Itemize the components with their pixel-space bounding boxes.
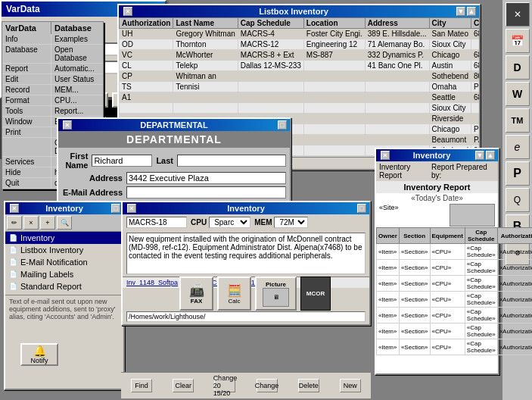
varia-item-left-5[interactable]: Format bbox=[2, 95, 51, 105]
varia-item-left-9[interactable] bbox=[2, 138, 51, 156]
listbox-row-7[interactable]: Sioux City bbox=[120, 103, 480, 114]
toolbar-btn-0[interactable]: Find bbox=[131, 379, 152, 392]
equip-mem-select[interactable]: 72M bbox=[274, 217, 308, 228]
equip-mem-label: MEM bbox=[254, 218, 272, 227]
varia-item-right-3[interactable]: User Status bbox=[51, 74, 103, 84]
listbox-row-2[interactable]: VCMcWhorterMACRS-8 + ExtMS-887332 Dynami… bbox=[120, 50, 480, 61]
toolbar-btn-5[interactable]: New bbox=[340, 379, 361, 392]
toolbar-btn-1[interactable]: Clear bbox=[173, 379, 194, 392]
dept-firstname-field: First Name Last bbox=[62, 152, 286, 170]
varia-item-left-0[interactable]: Info bbox=[2, 34, 51, 44]
q-icon[interactable]: Q bbox=[506, 188, 530, 212]
dept-email-input[interactable] bbox=[126, 186, 286, 198]
dept-address-input[interactable] bbox=[126, 172, 286, 184]
notify-button[interactable]: 🔔 Notify bbox=[20, 343, 58, 366]
varia-item-right-1[interactable]: Open Database bbox=[51, 45, 103, 63]
varia-menu-item-6[interactable]: ToolsReport... bbox=[2, 106, 103, 117]
listbox-close-btn[interactable]: × bbox=[123, 7, 132, 16]
inv-list-item-4[interactable]: Standard Report bbox=[5, 280, 123, 292]
varia-item-right-5[interactable]: CPU... bbox=[51, 95, 103, 105]
dept-firstname-input[interactable] bbox=[92, 155, 152, 167]
report-cell-1-4: «Authorization» bbox=[497, 260, 532, 276]
inv-list-item-0[interactable]: Inventory bbox=[5, 232, 123, 244]
varia-item-left-6[interactable]: Tools bbox=[2, 106, 51, 116]
listbox-row-4[interactable]: CPWhitman anSothebend8088 bbox=[120, 71, 480, 82]
d-icon[interactable]: D bbox=[506, 55, 530, 80]
listbox-max-btn[interactable]: ▲ bbox=[467, 7, 476, 16]
listbox-min-btn[interactable]: ▼ bbox=[456, 7, 465, 16]
calc-icon[interactable]: 🧮 Calc bbox=[217, 277, 251, 311]
report-cell-4-3: «Cap Schedule» bbox=[465, 308, 497, 323]
close-icon[interactable]: ✕ bbox=[506, 2, 530, 27]
report-cell-2-3: «Cap Schedule» bbox=[465, 276, 497, 292]
inv-tool-btn2[interactable]: × bbox=[23, 216, 39, 230]
e-icon[interactable]: e bbox=[506, 135, 530, 159]
listbox-row-6[interactable]: A1Seattle68020 bbox=[120, 92, 480, 103]
picture-icon[interactable]: Picture 🖥 bbox=[255, 277, 297, 311]
listbox-row-0[interactable]: UHGregory WhitmanMACRS-4Foster City Engi… bbox=[120, 29, 480, 39]
inv-max-btn[interactable]: □ bbox=[111, 204, 120, 213]
varia-menu-item-2[interactable]: ReportAutomatic... bbox=[2, 64, 103, 74]
inv-close-btn[interactable]: × bbox=[10, 204, 19, 213]
report-min-btn[interactable]: ▼ bbox=[475, 151, 484, 160]
equip-max-btn[interactable]: □ bbox=[357, 204, 366, 213]
inv-tool-btn1[interactable]: ✏ bbox=[7, 216, 22, 230]
varia-menu-item-3[interactable]: EditUser Status bbox=[2, 74, 103, 85]
toolbar-btn-4[interactable]: Delete bbox=[298, 379, 319, 392]
calendar-icon[interactable]: 📅 bbox=[506, 29, 530, 53]
report-close-btn[interactable]: × bbox=[381, 151, 390, 160]
varia-item-left-11[interactable]: Hide bbox=[2, 167, 51, 177]
equip-file-0[interactable]: Inv_1148_Softpa bbox=[126, 279, 178, 286]
equip-model-input[interactable] bbox=[126, 217, 187, 228]
equip-title-bar: × Inventory □ bbox=[123, 202, 369, 214]
listbox-cell-5-2 bbox=[238, 82, 303, 92]
report-max-btn[interactable]: ▲ bbox=[486, 151, 495, 160]
dept-max-btn[interactable]: □ bbox=[278, 120, 287, 130]
varia-item-right-6[interactable]: Report... bbox=[51, 106, 103, 116]
equip-close-btn[interactable]: × bbox=[127, 204, 136, 213]
varia-menu-item-4[interactable]: RecordMEM... bbox=[2, 85, 103, 95]
varia-item-left-3[interactable]: Edit bbox=[2, 74, 51, 84]
toolbar-btn-3[interactable]: Change bbox=[257, 379, 278, 392]
varia-item-right-2[interactable]: Automatic... bbox=[51, 64, 103, 73]
varia-menu-item-0[interactable]: InfoExamples bbox=[2, 34, 103, 45]
listbox-row-1[interactable]: ODThorntonMACRS-12Engineering 1271 Alema… bbox=[120, 39, 480, 50]
listbox-cell-4-6: 8088 bbox=[471, 71, 479, 82]
report-cell-5-3: «Cap Schedule» bbox=[465, 323, 497, 339]
equip-description: New equipment installed with the origina… bbox=[126, 233, 366, 274]
inv-list-item-1[interactable]: Listbox Inventory bbox=[5, 244, 123, 256]
varia-item-left-1[interactable]: Database bbox=[2, 45, 51, 63]
inventory-list-window: × Inventory □ ✏ × + 🔍 InventoryListbox I… bbox=[4, 201, 125, 390]
p-icon[interactable]: P bbox=[506, 161, 530, 186]
toolbar-btn-2[interactable]: Change 20 15/20 bbox=[214, 379, 235, 392]
listbox-row-3[interactable]: CLTelekpDallas 12-MS-23341 Banc One Pl.A… bbox=[120, 61, 480, 71]
varia-item-right-4[interactable]: MEM... bbox=[51, 85, 103, 95]
inv-tool-btn3[interactable]: + bbox=[40, 216, 55, 230]
w-icon[interactable]: W bbox=[506, 82, 530, 106]
tm-icon[interactable]: TM bbox=[506, 108, 530, 133]
inv-tool-btn4[interactable]: 🔍 bbox=[57, 216, 72, 230]
varia-item-left-4[interactable]: Record bbox=[2, 85, 51, 95]
varia-item-left-8[interactable]: Print bbox=[2, 127, 51, 137]
listbox-cell-0-3: Foster City Engi. bbox=[303, 29, 365, 39]
equip-mem-group: MEM 72M bbox=[254, 217, 308, 228]
varia-item-left-10[interactable]: Services bbox=[2, 157, 51, 167]
report-cell-0-2: «CPU» bbox=[430, 244, 465, 260]
varia-item-left-12[interactable]: Quit bbox=[2, 178, 51, 188]
toolbar-btn-box-3: Change bbox=[257, 379, 278, 392]
varia-item-left-7[interactable]: Window bbox=[2, 117, 51, 127]
varia-item-left-2[interactable]: Report bbox=[2, 64, 51, 73]
varia-item-right-0[interactable]: Examples bbox=[51, 34, 103, 44]
varia-menu-item-1[interactable]: DatabaseOpen Database bbox=[2, 45, 103, 64]
listbox-row-5[interactable]: TSTennisiOmahaPowerPC bbox=[120, 82, 480, 92]
listbox-cell-5-3 bbox=[303, 82, 365, 92]
fax-icon[interactable]: 📠 FAX bbox=[179, 277, 213, 311]
varia-menu-item-5[interactable]: FormatCPU... bbox=[2, 95, 103, 106]
report-cell-1-3: «Cap Schedule» bbox=[465, 260, 497, 276]
inv-list-item-2[interactable]: E-Mail Notification bbox=[5, 256, 123, 268]
report-cell-6-4: «Authorization» bbox=[497, 339, 532, 355]
dept-close-btn[interactable]: × bbox=[63, 120, 72, 130]
equip-cpu-select[interactable]: Sparc bbox=[209, 217, 250, 228]
dept-lastname-input[interactable] bbox=[177, 155, 286, 167]
inv-list-item-3[interactable]: Mailing Labels bbox=[5, 268, 123, 280]
